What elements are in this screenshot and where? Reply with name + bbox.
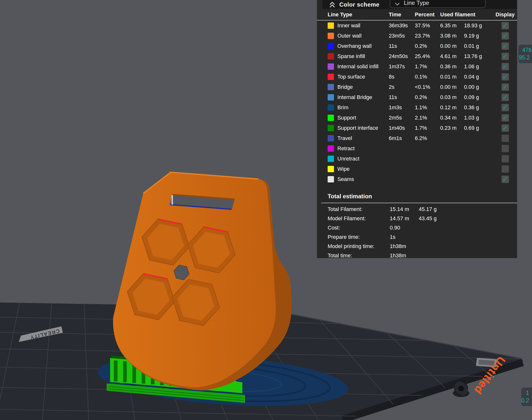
display-checkbox[interactable]: ✓ [502,43,509,50]
time-value: 1m3s [389,105,415,111]
time-value: 2s [389,84,415,90]
display-checkbox[interactable]: ✓ [502,22,509,29]
line-type-label: Inner wall [337,22,389,29]
percent-value: 37.5% [415,22,440,29]
divider [321,203,517,203]
total-label: Model Filament: [328,215,390,222]
height-readout-badge: 476 95.2 [518,45,532,63]
display-checkbox[interactable]: ✓ [502,73,509,80]
line-type-swatch [328,135,334,141]
total-value-1: 0.90 [390,225,419,231]
total-label: Total Filament: [328,206,390,212]
weight-value: 0.36 g [464,105,493,111]
table-row: Outer wall23m5s23.7%3.08 m9.19 g✓ [317,31,517,41]
display-checkbox[interactable]: ✓ [502,165,509,173]
sliced-model[interactable] [113,172,292,390]
time-value: 6m1s [389,135,415,141]
percent-value: <0.1% [415,84,440,90]
time-value: 2m5s [389,115,415,121]
total-label: Cost: [328,225,390,231]
length-value: 0.34 m [440,115,464,121]
total-value-1: 1h38m [390,243,419,250]
col-header-used-filament: Used filament [440,12,493,18]
display-checkbox[interactable]: ✓ [502,83,509,91]
percent-value: 23.7% [415,33,440,39]
line-type-label: Wipe [337,166,389,172]
badge-value: 95.2 [518,54,532,61]
time-value: 1m40s [389,125,415,131]
total-label: Prepare time: [328,234,390,240]
line-type-swatch [328,53,334,60]
line-type-label: Support [337,115,389,121]
time-value: 11s [389,94,415,101]
total-value-2: 45.17 g [419,206,517,212]
length-value: 0.36 m [440,63,464,70]
slicer-preview-window: { "viewport": { "bg": "#54565B", "plate_… [0,0,532,420]
color-scheme-dropdown[interactable]: Line Type [390,0,486,8]
weight-value: 1.06 g [464,63,493,70]
weight-value: 18.93 g [464,22,493,29]
display-checkbox[interactable]: ✓ [502,135,509,142]
display-checkbox[interactable]: ✓ [502,53,509,60]
display-checkbox[interactable]: ✓ [502,114,509,121]
table-row: Brim1m3s1.1%0.12 m0.36 g✓ [317,103,517,113]
table-row: Support2m5s2.1%0.34 m1.03 g✓ [317,113,517,123]
chevron-down-icon [394,1,400,6]
line-type-swatch [328,43,334,49]
weight-value: 1.03 g [464,115,493,121]
time-value: 8s [389,74,415,80]
col-header-display: Display [493,12,517,18]
total-value-1: 14.57 m [390,215,419,222]
length-value: 4.61 m [440,53,464,60]
color-scheme-panel: Color scheme Line Type Line Type Time Pe… [317,0,517,258]
line-type-label: Travel [337,135,389,141]
table-row: Travel6m1s6.2%✓ [317,133,517,143]
line-type-label: Top surface [337,74,389,80]
table-row: Seams✓ [317,174,517,184]
col-header-percent: Percent [415,12,440,18]
length-value: 0.00 m [440,84,464,90]
percent-value: 25.4% [415,53,440,60]
layer-readout-badge: 1 0.2 [521,388,532,406]
line-type-label: Sparse infill [337,53,389,60]
total-row: Model Filament:14.57 m43.45 g [317,214,517,223]
weight-value: 0.04 g [464,74,493,80]
panel-header-bar: Color scheme Line Type [322,0,517,9]
line-type-label: Brim [337,105,389,111]
percent-value: 1.7% [415,125,440,131]
line-type-swatch [328,166,334,172]
line-type-swatch [328,74,334,80]
total-row: Cost:0.90 [317,223,517,232]
table-row: Top surface8s0.1%0.01 m0.04 g✓ [317,72,517,82]
total-value-1: 1s [390,234,419,240]
badge-value: 1 [521,389,532,397]
line-type-swatch [328,105,334,111]
length-value: 3.08 m [440,33,464,39]
weight-value: 9.19 g [464,33,493,39]
percent-value: 1.7% [415,63,440,70]
table-row: Bridge2s<0.1%0.00 m0.00 g✓ [317,82,517,92]
table-row: Inner wall36m39s37.5%6.35 m18.93 g✓ [317,20,517,31]
length-value: 0.23 m [440,125,464,131]
line-type-swatch [328,115,334,121]
display-checkbox[interactable]: ✓ [502,32,509,40]
display-checkbox[interactable]: ✓ [502,94,509,101]
table-row: Internal Bridge11s0.2%0.03 m0.09 g✓ [317,92,517,103]
total-value-1: 1h38m [390,253,419,259]
line-type-label: Retract [337,145,389,152]
total-label: Model printing time: [328,243,390,250]
display-checkbox[interactable]: ✓ [502,124,509,132]
total-row: Total time:1h38m [317,251,517,260]
collapse-panel-icon[interactable] [328,1,336,8]
display-checkbox[interactable]: ✓ [502,63,509,70]
display-checkbox[interactable]: ✓ [502,145,509,152]
line-type-swatch [328,33,334,39]
length-value: 6.35 m [440,22,464,29]
line-type-swatch [328,94,334,101]
display-checkbox[interactable]: ✓ [502,155,509,163]
display-checkbox[interactable]: ✓ [502,104,509,111]
display-checkbox[interactable]: ✓ [502,176,509,183]
total-value-1: 15.14 m [390,206,419,212]
line-type-label: Overhang wall [337,43,389,49]
line-type-label: Unretract [337,156,389,162]
